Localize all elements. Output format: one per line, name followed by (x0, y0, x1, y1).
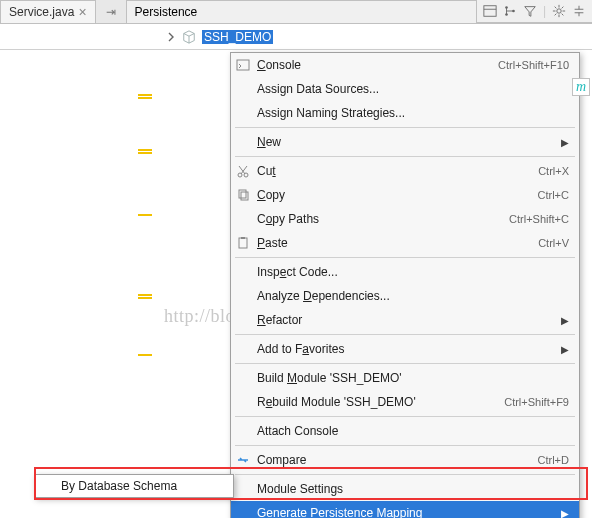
menu-label: Build Module 'SSH_DEMO' (257, 371, 569, 385)
menu-label: Paste (257, 236, 538, 250)
menu-separator (235, 445, 575, 446)
persistence-pane-title: Persistence (126, 0, 477, 23)
chevron-right-icon: ▶ (561, 137, 569, 148)
chevron-right-icon[interactable] (166, 32, 176, 42)
file-tab-label: Service.java (9, 5, 74, 19)
svg-point-5 (557, 9, 561, 13)
file-tab[interactable]: Service.java × (0, 0, 96, 23)
menu-module-settings[interactable]: Module Settings (231, 477, 579, 501)
chevron-right-icon: ▶ (561, 508, 569, 519)
menu-attach-console[interactable]: Attach Console (231, 419, 579, 443)
menu-label: Copy Paths (257, 212, 509, 226)
persistence-tree: SSH_DEMO (0, 24, 592, 50)
svg-rect-0 (484, 6, 496, 17)
submenu-generate-mapping: By Database Schema (34, 474, 234, 498)
menu-label: New (257, 135, 557, 149)
tree-item-label[interactable]: SSH_DEMO (202, 30, 273, 44)
chevron-right-icon: ▶ (561, 344, 569, 355)
menu-copy-paths[interactable]: Copy PathsCtrl+Shift+C (231, 207, 579, 231)
menu-label: Cut (257, 164, 538, 178)
maven-tool-button[interactable]: m (572, 78, 590, 96)
menu-label: Attach Console (257, 424, 569, 438)
paste-icon (236, 236, 250, 250)
menu-separator (235, 257, 575, 258)
menu-label: Module Settings (257, 482, 569, 496)
svg-rect-10 (241, 192, 248, 200)
cut-icon (236, 164, 250, 178)
menu-label: Refactor (257, 313, 557, 327)
filter-icon[interactable] (523, 4, 537, 18)
pin-icon[interactable]: ⇥ (96, 0, 126, 23)
pane-toolbar: | (477, 0, 592, 23)
menu-rebuild-module[interactable]: Rebuild Module 'SSH_DEMO'Ctrl+Shift+F9 (231, 390, 579, 414)
svg-rect-11 (239, 238, 247, 248)
menu-separator (235, 127, 575, 128)
collapse-icon[interactable] (572, 4, 586, 18)
menu-label: Inspect Code... (257, 265, 569, 279)
menu-analyze-dependencies[interactable]: Analyze Dependencies... (231, 284, 579, 308)
menu-label: Assign Naming Strategies... (257, 106, 569, 120)
menu-shortcut: Ctrl+Shift+C (509, 213, 569, 225)
menu-shortcut: Ctrl+C (538, 189, 569, 201)
menu-label: Console (257, 58, 498, 72)
menu-shortcut: Ctrl+Shift+F9 (504, 396, 569, 408)
menu-shortcut: Ctrl+Shift+F10 (498, 59, 569, 71)
menu-label: Assign Data Sources... (257, 82, 569, 96)
menu-assign-data-sources[interactable]: Assign Data Sources... (231, 77, 579, 101)
menu-separator (235, 363, 575, 364)
menu-separator (235, 334, 575, 335)
menu-separator (235, 156, 575, 157)
pane-title-label: Persistence (135, 5, 198, 19)
console-icon (236, 58, 250, 72)
module-icon (182, 30, 196, 44)
tree-icon[interactable] (503, 4, 517, 18)
menu-label: Rebuild Module 'SSH_DEMO' (257, 395, 504, 409)
menu-cut[interactable]: CutCtrl+X (231, 159, 579, 183)
submenu-by-database-schema[interactable]: By Database Schema (35, 475, 233, 497)
menu-shortcut: Ctrl+X (538, 165, 569, 177)
menu-refactor[interactable]: Refactor▶ (231, 308, 579, 332)
menu-separator (235, 416, 575, 417)
menu-label: By Database Schema (61, 479, 223, 493)
close-icon[interactable]: × (78, 5, 86, 19)
menu-label: Copy (257, 188, 538, 202)
menu-inspect-code[interactable]: Inspect Code... (231, 260, 579, 284)
menu-assign-naming-strategies[interactable]: Assign Naming Strategies... (231, 101, 579, 125)
menu-shortcut: Ctrl+V (538, 237, 569, 249)
menu-copy[interactable]: CopyCtrl+C (231, 183, 579, 207)
menu-label: Compare (257, 453, 538, 467)
svg-rect-6 (237, 60, 249, 70)
gutter-marks (138, 54, 152, 514)
menu-compare[interactable]: CompareCtrl+D (231, 448, 579, 472)
menu-build-module[interactable]: Build Module 'SSH_DEMO' (231, 366, 579, 390)
svg-rect-12 (241, 237, 245, 239)
menu-add-favorites[interactable]: Add to Favorites▶ (231, 337, 579, 361)
layout-icon[interactable] (483, 4, 497, 18)
svg-rect-9 (239, 190, 246, 198)
chevron-right-icon: ▶ (561, 315, 569, 326)
context-menu: Console Ctrl+Shift+F10 Assign Data Sourc… (230, 52, 580, 518)
compare-icon (236, 453, 250, 467)
menu-shortcut: Ctrl+D (538, 454, 569, 466)
menu-label: Add to Favorites (257, 342, 557, 356)
separator: | (543, 4, 546, 18)
copy-icon (236, 188, 250, 202)
menu-label: Analyze Dependencies... (257, 289, 569, 303)
menu-generate-persistence-mapping[interactable]: Generate Persistence Mapping▶ (231, 501, 579, 518)
gear-icon[interactable] (552, 4, 566, 18)
menu-separator (235, 474, 575, 475)
menu-new[interactable]: New▶ (231, 130, 579, 154)
menu-console[interactable]: Console Ctrl+Shift+F10 (231, 53, 579, 77)
menu-label: Generate Persistence Mapping (257, 506, 557, 518)
menu-paste[interactable]: PasteCtrl+V (231, 231, 579, 255)
